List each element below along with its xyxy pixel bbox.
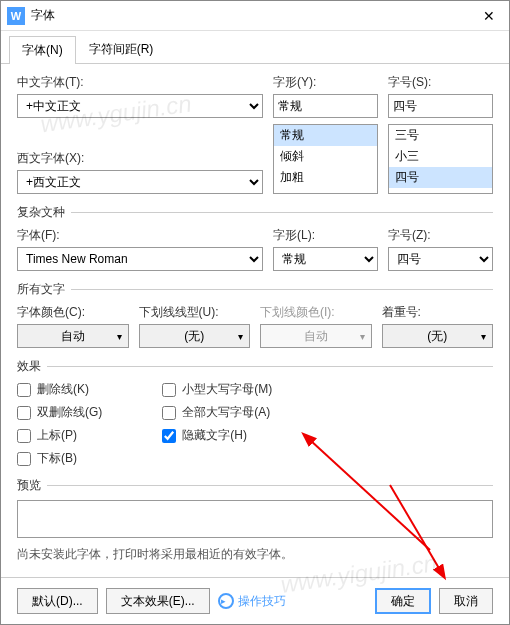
complex-font-label: 字体(F): <box>17 227 263 244</box>
tab-bar: 字体(N) 字符间距(R) <box>1 31 509 64</box>
effects-section: 效果 <box>17 358 493 375</box>
ok-button[interactable]: 确定 <box>375 588 431 614</box>
cjk-font-label: 中文字体(T): <box>17 74 263 91</box>
tab-font[interactable]: 字体(N) <box>9 36 76 64</box>
complex-font-select[interactable]: Times New Roman <box>17 247 263 271</box>
small-caps-checkbox[interactable]: 小型大写字母(M) <box>162 381 272 398</box>
underline-style-label: 下划线线型(U): <box>139 304 251 321</box>
size-label: 字号(S): <box>388 74 493 91</box>
list-item[interactable]: 倾斜 <box>274 146 377 167</box>
list-item[interactable]: 常规 <box>274 125 377 146</box>
default-button[interactable]: 默认(D)... <box>17 588 98 614</box>
dialog-body: 中文字体(T): +中文正文 字形(Y): 字号(S): 西文字体(X): +西… <box>1 64 509 577</box>
complex-style-select[interactable]: 常规 <box>273 247 378 271</box>
size-input[interactable] <box>388 94 493 118</box>
underline-style-dropdown[interactable]: (无) <box>139 324 251 348</box>
dialog-footer: 默认(D)... 文本效果(E)... 操作技巧 确定 取消 <box>1 577 509 624</box>
preview-box <box>17 500 493 538</box>
app-icon: W <box>7 7 25 25</box>
style-input[interactable] <box>273 94 378 118</box>
underline-color-dropdown: 自动 <box>260 324 372 348</box>
list-item[interactable]: 小三 <box>389 146 492 167</box>
style-label: 字形(Y): <box>273 74 378 91</box>
tips-link[interactable]: 操作技巧 <box>218 593 286 610</box>
emphasis-label: 着重号: <box>382 304 494 321</box>
size-listbox[interactable]: 三号 小三 四号 <box>388 124 493 194</box>
close-button[interactable]: ✕ <box>469 1 509 31</box>
strikethrough-checkbox[interactable]: 删除线(K) <box>17 381 102 398</box>
font-color-dropdown[interactable]: 自动 <box>17 324 129 348</box>
style-listbox[interactable]: 常规 倾斜 加粗 <box>273 124 378 194</box>
cancel-button[interactable]: 取消 <box>439 588 493 614</box>
cjk-font-select[interactable]: +中文正文 <box>17 94 263 118</box>
list-item[interactable]: 三号 <box>389 125 492 146</box>
all-caps-checkbox[interactable]: 全部大写字母(A) <box>162 404 272 421</box>
complex-size-select[interactable]: 四号 <box>388 247 493 271</box>
underline-color-label: 下划线颜色(I): <box>260 304 372 321</box>
titlebar: W 字体 ✕ <box>1 1 509 31</box>
complex-script-section: 复杂文种 <box>17 204 493 221</box>
superscript-checkbox[interactable]: 上标(P) <box>17 427 102 444</box>
font-dialog: W 字体 ✕ 字体(N) 字符间距(R) 中文字体(T): +中文正文 字形(Y… <box>0 0 510 625</box>
tab-spacing[interactable]: 字符间距(R) <box>76 35 167 63</box>
list-item[interactable]: 四号 <box>389 167 492 188</box>
dialog-title: 字体 <box>31 7 469 24</box>
emphasis-dropdown[interactable]: (无) <box>382 324 494 348</box>
double-strikethrough-checkbox[interactable]: 双删除线(G) <box>17 404 102 421</box>
list-item[interactable]: 加粗 <box>274 167 377 188</box>
preview-section: 预览 <box>17 477 493 494</box>
all-text-section: 所有文字 <box>17 281 493 298</box>
west-font-select[interactable]: +西文正文 <box>17 170 263 194</box>
west-font-label: 西文字体(X): <box>17 150 263 167</box>
font-color-label: 字体颜色(C): <box>17 304 129 321</box>
subscript-checkbox[interactable]: 下标(B) <box>17 450 102 467</box>
text-effects-button[interactable]: 文本效果(E)... <box>106 588 210 614</box>
complex-style-label: 字形(L): <box>273 227 378 244</box>
hidden-text-checkbox[interactable]: 隐藏文字(H) <box>162 427 272 444</box>
complex-size-label: 字号(Z): <box>388 227 493 244</box>
install-note: 尚未安装此字体，打印时将采用最相近的有效字体。 <box>17 546 493 563</box>
